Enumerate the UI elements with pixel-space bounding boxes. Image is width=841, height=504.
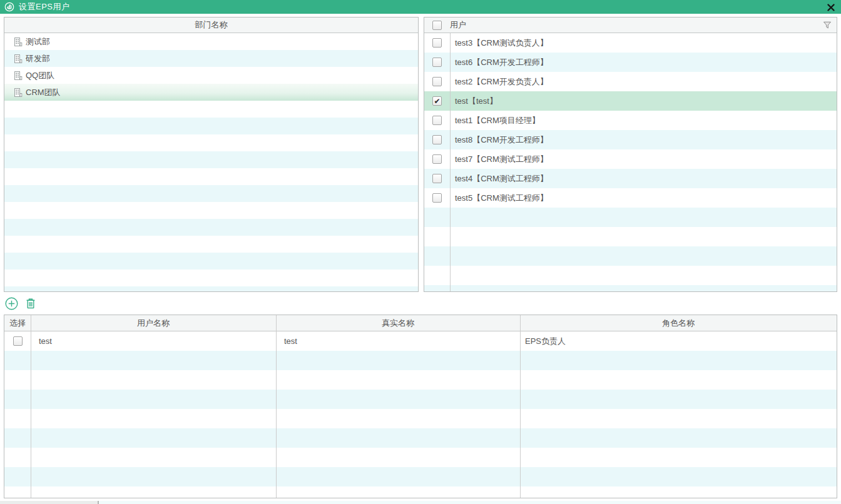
department-panel: 部门名称 测试部 (4, 17, 419, 292)
user-label: test1【CRM项目经理】 (450, 115, 540, 126)
tree-item-dept[interactable]: QQ团队 (4, 67, 418, 84)
user-row[interactable]: test2【CRM开发负责人】 (424, 72, 837, 91)
user-label: test4【CRM测试工程师】 (450, 173, 548, 184)
background-page-edge (0, 501, 841, 504)
user-label: test【test】 (450, 96, 497, 107)
column-divider (31, 315, 31, 498)
user-row[interactable]: test8【CRM开发工程师】 (424, 130, 837, 149)
user-checkbox[interactable] (432, 58, 442, 67)
user-list: test3【CRM测试负责人】 test6【CRM开发工程师】 test2【CR… (424, 33, 837, 291)
department-panel-header: 部门名称 (4, 18, 418, 33)
spiral-logo-icon (4, 2, 14, 12)
header-select: 选择 (4, 318, 31, 329)
user-label: test8【CRM开发工程师】 (450, 134, 548, 146)
assigned-table-header: 选择 用户名称 真实名称 角色名称 (4, 315, 837, 331)
department-tree: 测试部 研发部 (4, 33, 418, 291)
user-checkbox[interactable] (432, 116, 442, 125)
tree-item-dept[interactable]: 测试部 (4, 33, 418, 50)
assigned-table-body: test test EPS负责人 (4, 331, 837, 498)
department-building-icon (13, 37, 23, 47)
user-checkbox[interactable] (432, 77, 442, 86)
user-row[interactable]: test6【CRM开发工程师】 (424, 53, 837, 72)
user-label: test5【CRM测试工程师】 (450, 193, 548, 204)
circled-plus-icon[interactable] (5, 297, 18, 310)
background-page-edge (98, 501, 99, 504)
cell-user-name: test (31, 336, 276, 346)
assigned-users-toolbar (5, 293, 38, 314)
background-page-edge (0, 501, 98, 504)
user-row[interactable]: test7【CRM测试工程师】 (424, 149, 837, 169)
user-label: test7【CRM测试工程师】 (450, 154, 548, 165)
column-divider (520, 315, 521, 498)
user-panel: 用户 test3【CRM测试负责人】 test6【CRM开发工程师】 test2… (424, 17, 837, 292)
user-row[interactable]: test5【CRM测试工程师】 (424, 188, 837, 208)
close-icon[interactable] (826, 3, 835, 12)
user-label: test6【CRM开发工程师】 (450, 57, 548, 68)
table-row[interactable]: test test EPS负责人 (4, 331, 837, 351)
user-row[interactable]: test1【CRM项目经理】 (424, 111, 837, 130)
department-building-icon (13, 88, 23, 98)
select-all-checkbox[interactable] (432, 21, 442, 30)
filter-funnel-icon[interactable] (823, 21, 832, 29)
tree-item-label: 测试部 (26, 36, 50, 48)
user-checkbox[interactable] (432, 135, 442, 144)
dialog-set-eps-users: { "dialog": { "title": "设置EPS用户" }, "ico… (0, 0, 841, 504)
tree-item-dept-selected[interactable]: CRM团队 (4, 84, 418, 101)
user-checkbox[interactable] (432, 193, 442, 203)
dialog-title: 设置EPS用户 (19, 1, 70, 13)
user-label: test3【CRM测试负责人】 (450, 38, 548, 49)
department-building-icon (13, 71, 23, 81)
cell-role-name: EPS负责人 (520, 336, 837, 347)
header-role-name: 角色名称 (520, 318, 837, 329)
header-real-name: 真实名称 (276, 318, 520, 329)
user-row-selected[interactable]: test【test】 (424, 91, 837, 111)
tree-item-label: 研发部 (26, 53, 50, 64)
user-header-label: 用户 (450, 19, 466, 31)
tree-item-dept[interactable]: 研发部 (4, 50, 418, 67)
user-row[interactable]: test3【CRM测试负责人】 (424, 33, 837, 53)
cell-real-name: test (276, 336, 520, 346)
trash-icon[interactable] (24, 297, 38, 310)
row-checkbox[interactable] (13, 336, 23, 346)
user-checkbox[interactable] (432, 154, 442, 164)
column-divider (450, 33, 451, 291)
user-row[interactable]: test4【CRM测试工程师】 (424, 169, 837, 188)
department-header-label: 部门名称 (195, 19, 228, 31)
assigned-users-table: 选择 用户名称 真实名称 角色名称 test test EPS负责人 (4, 315, 837, 498)
user-checkbox[interactable] (432, 38, 442, 48)
tree-item-label: CRM团队 (26, 87, 61, 98)
user-checkbox[interactable] (432, 174, 442, 183)
user-label: test2【CRM开发负责人】 (450, 76, 548, 88)
column-divider (276, 315, 277, 498)
header-user-name: 用户名称 (31, 318, 276, 329)
dialog-titlebar: 设置EPS用户 (0, 0, 841, 14)
tree-item-label: QQ团队 (26, 70, 54, 81)
department-building-icon (13, 54, 23, 64)
user-panel-header: 用户 (424, 18, 837, 33)
user-checkbox-checked[interactable] (432, 96, 442, 106)
